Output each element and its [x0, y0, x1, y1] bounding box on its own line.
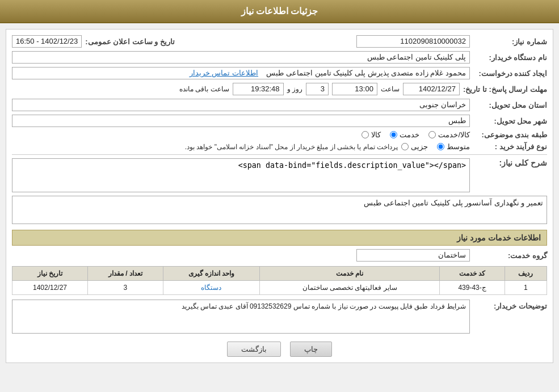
- services-table-section: ردیف کد خدمت نام خدمت واحد اندازه گیری ت…: [12, 266, 547, 295]
- page-header: جزئیات اطلاعات نیاز: [0, 0, 559, 23]
- deadline-remaining-label: ساعت باقی مانده: [179, 85, 229, 93]
- deadline-date-value: 1402/12/27: [403, 83, 460, 95]
- description-row: شرح کلی نیاز: <span data-bind="fields.de…: [12, 158, 547, 192]
- announce-label: تاریخ و ساعت اعلان عمومی:: [85, 37, 175, 46]
- category-kala-khedmat: کالا/خدمت: [428, 130, 470, 139]
- city-value: طبس: [12, 115, 470, 127]
- col-date: تاریخ نیاز: [12, 267, 88, 281]
- col-service-code: کد خدمت: [440, 267, 505, 281]
- cell-row-num: 1: [505, 281, 547, 295]
- description-display: تعمیر و نگهداری آسانسور پلی کلینیک تامین…: [12, 196, 547, 224]
- process-radio-group: جزیی متوسط: [401, 142, 470, 151]
- need-number-value: 1102090810000032: [356, 35, 470, 48]
- category-khedmat: خدمت: [390, 130, 419, 139]
- services-table: ردیف کد خدمت نام خدمت واحد اندازه گیری ت…: [12, 266, 547, 295]
- buyer-notes-label: توضیحات خریدار:: [473, 300, 547, 310]
- deadline-row: مهلت ارسال پاسخ: تا تاریخ: 1402/12/27 سا…: [12, 83, 547, 95]
- cell-service-code: ج-43-439: [440, 281, 505, 295]
- process-jozi-radio[interactable]: [401, 143, 409, 150]
- process-description: پرداخت تمام یا بخشی از مبلغ خریدار از مح…: [12, 143, 398, 151]
- cell-unit[interactable]: دستگاه: [163, 281, 259, 295]
- col-unit: واحد اندازه گیری: [163, 267, 259, 281]
- category-label: طبقه بندی موضوعی:: [473, 130, 547, 139]
- category-kala-khedmat-radio[interactable]: [428, 131, 436, 138]
- page-wrapper: جزئیات اطلاعات نیاز شماره نیاز: 11020908…: [0, 0, 559, 392]
- deadline-time-value: 13:00: [332, 83, 377, 95]
- announce-value: 1402/12/23 - 16:50: [12, 35, 82, 48]
- process-row: نوع فرآیند خرید : جزیی متوسط پرداخت تمام…: [12, 142, 547, 151]
- buyer-notes-section: توضیحات خریدار: شرایط فرداد طبق فایل پیو…: [12, 300, 547, 334]
- service-group-row: گروه خدمت: ساختمان: [12, 249, 547, 262]
- deadline-days-label: روز و: [287, 85, 302, 93]
- col-service-name: نام خدمت: [259, 267, 439, 281]
- category-khedmat-radio[interactable]: [390, 131, 397, 138]
- cell-quantity: 3: [87, 281, 163, 295]
- province-label: استان محل تحویل:: [473, 101, 547, 109]
- divider-1: [12, 154, 547, 155]
- station-name-label: نام دستگاه خریدار:: [473, 53, 547, 62]
- process-motavaset-radio[interactable]: [437, 143, 444, 150]
- cell-date: 1402/12/27: [12, 281, 88, 295]
- need-number-row: شماره نیاز: 1102090810000032 تاریخ و ساع…: [12, 35, 547, 48]
- creator-row: ایجاد کننده درخواست: محمود غلام زاده متص…: [12, 67, 547, 79]
- back-button[interactable]: بازگشت: [227, 342, 281, 357]
- services-section-header: اطلاعات خدمات مورد نیاز: [12, 230, 547, 246]
- category-radio-group: کالا خدمت کالا/خدمت: [362, 130, 470, 139]
- creator-label: ایجاد کننده درخواست:: [473, 69, 547, 78]
- process-jozi: جزیی: [401, 142, 428, 151]
- cell-service-name: سایر فعالیتهای تخصصی ساختمان: [259, 281, 439, 295]
- city-label: شهر محل تحویل:: [473, 117, 547, 125]
- station-name-row: نام دستگاه خریدار: پلی کلینیک تامین اجتم…: [12, 51, 547, 64]
- station-name-value: پلی کلینیک تامین اجتماعی طبس: [12, 51, 470, 64]
- deadline-time-label: ساعت: [381, 85, 400, 93]
- creator-link[interactable]: اطلاعات تماس خریدار: [190, 69, 258, 77]
- page-title: جزئیات اطلاعات نیاز: [241, 6, 318, 16]
- city-row: شهر محل تحویل: طبس: [12, 115, 547, 127]
- content-area: شماره نیاز: 1102090810000032 تاریخ و ساع…: [6, 29, 553, 363]
- process-motavaset: متوسط: [437, 142, 470, 151]
- col-quantity: تعداد / مقدار: [87, 267, 163, 281]
- description-label: شرح کلی نیاز:: [473, 158, 547, 167]
- deadline-remaining-value: 19:32:48: [233, 83, 284, 95]
- creator-value: محمود غلام زاده متصدی پذیرش پلی کلینیک ت…: [12, 67, 470, 79]
- table-row: 1 ج-43-439 سایر فعالیتهای تخصصی ساختمان …: [12, 281, 547, 295]
- buttons-row: چاپ بازگشت: [12, 342, 547, 357]
- deadline-days-value: 3: [306, 83, 329, 95]
- province-value: خراسان جنوبی: [12, 99, 470, 111]
- service-group-label: گروه خدمت:: [473, 251, 547, 260]
- process-label: نوع فرآیند خرید :: [473, 142, 547, 151]
- province-row: استان محل تحویل: خراسان جنوبی: [12, 99, 547, 111]
- category-row: طبقه بندی موضوعی: کالا خدمت کالا/خدمت: [12, 130, 547, 139]
- category-kala-radio[interactable]: [362, 131, 369, 138]
- print-button[interactable]: چاپ: [290, 342, 332, 357]
- service-group-value: ساختمان: [356, 249, 470, 262]
- table-header-row: ردیف کد خدمت نام خدمت واحد اندازه گیری ت…: [12, 267, 547, 281]
- category-kala: کالا: [362, 130, 381, 139]
- buyer-notes-box: شرایط فرداد طبق فایل پیوست در صورت نیاز …: [12, 300, 470, 334]
- need-number-label: شماره نیاز:: [473, 37, 547, 46]
- description-textarea[interactable]: <span data-bind="fields.description_valu…: [12, 158, 470, 192]
- col-row-num: ردیف: [505, 267, 547, 281]
- deadline-label: مهلت ارسال پاسخ: تا تاریخ:: [463, 85, 547, 94]
